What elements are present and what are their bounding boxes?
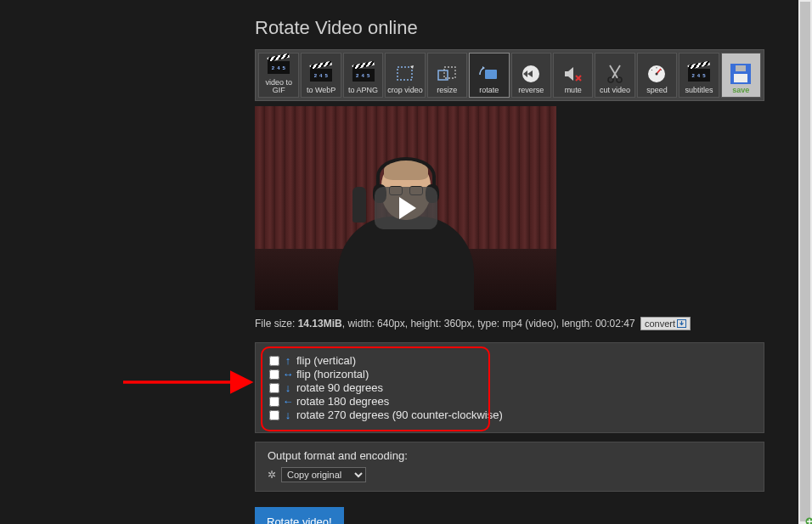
option-label: flip (horizontal): [296, 368, 369, 380]
checkbox-flip-horizontal[interactable]: [269, 369, 279, 380]
tool-resize[interactable]: resize: [427, 53, 467, 98]
resize-icon: [437, 61, 457, 87]
option-rotate-90[interactable]: ↓rotate 90 degrees: [269, 381, 750, 394]
tool-video-to-gif[interactable]: 2 4 5video to GIF: [258, 53, 299, 98]
checkbox-rotate-180[interactable]: [269, 397, 279, 407]
tool-label: video to GIF: [259, 79, 298, 94]
gear-icon[interactable]: ✲: [268, 469, 276, 481]
video-preview[interactable]: [255, 106, 556, 310]
subtitles-icon: 2 4 5: [688, 61, 710, 87]
checkbox-flip-vertical[interactable]: [269, 356, 279, 366]
file-info-rest: , width: 640px, height: 360px, type: mp4…: [342, 318, 635, 330]
tool-label: to WebP: [307, 87, 336, 94]
svg-rect-0: [398, 67, 412, 80]
file-info: File size: 14.13MiB, width: 640px, heigh…: [255, 317, 764, 330]
tool-label: resize: [437, 87, 457, 94]
option-flip-vertical[interactable]: ↑flip (vertical): [269, 354, 750, 367]
tool-save[interactable]: save: [721, 53, 761, 98]
scrollbar-thumb[interactable]: [800, 2, 810, 521]
tool-label: save: [732, 87, 749, 94]
page-title: Rotate Video online: [255, 17, 764, 39]
tool-reverse[interactable]: reverse: [511, 53, 551, 98]
play-button[interactable]: [375, 187, 437, 229]
toolbar: 2 4 5video to GIF 2 4 5to WebP 2 4 5to A…: [255, 49, 764, 101]
tool-label: mute: [565, 87, 582, 94]
tool-subtitles[interactable]: 2 4 5subtitles: [679, 53, 719, 98]
file-size-value: 14.13MiB: [298, 318, 342, 330]
tool-to-webp[interactable]: 2 4 5to WebP: [301, 53, 341, 98]
convert-button[interactable]: convert: [640, 317, 691, 330]
scrollbar[interactable]: [798, 0, 812, 524]
speed-icon: [646, 61, 668, 87]
main-content: Rotate Video online 2 4 5video to GIF 2 …: [255, 0, 764, 524]
scissors-icon: [606, 61, 624, 87]
download-icon: [677, 319, 686, 328]
encoding-select[interactable]: Copy original: [281, 467, 366, 482]
mute-icon: [562, 61, 584, 87]
file-info-prefix: File size:: [255, 318, 298, 330]
svg-rect-3: [485, 70, 497, 79]
tool-mute[interactable]: mute: [553, 53, 593, 98]
tool-cut-video[interactable]: cut video: [595, 53, 634, 98]
svg-point-9: [806, 518, 813, 525]
tool-label: rotate: [479, 87, 499, 94]
tool-label: speed: [646, 87, 668, 94]
clapper-icon: 2 4 5: [268, 54, 290, 79]
rotate-options-panel: ↑flip (vertical) ↔flip (horizontal) ↓rot…: [255, 342, 764, 433]
option-label: flip (vertical): [296, 354, 356, 367]
option-rotate-180[interactable]: ←rotate 180 degrees: [269, 395, 750, 408]
option-label: rotate 90 degrees: [296, 381, 383, 394]
encoding-panel: Output format and encoding: ✲ Copy origi…: [255, 442, 764, 492]
checkbox-rotate-90[interactable]: [269, 383, 279, 393]
crop-icon: [395, 61, 415, 87]
svg-rect-2: [444, 67, 455, 78]
annotation-arrow: [119, 357, 263, 408]
svg-point-8: [656, 73, 658, 76]
tool-label: crop video: [387, 87, 423, 94]
option-rotate-270[interactable]: ↓rotate 270 degrees (90 counter-clockwis…: [269, 408, 750, 421]
tool-to-apng[interactable]: 2 4 5to APNG: [343, 53, 383, 98]
checkbox-rotate-270[interactable]: [269, 410, 279, 420]
tool-crop-video[interactable]: crop video: [385, 53, 425, 98]
play-icon: [399, 197, 416, 219]
tool-speed[interactable]: speed: [637, 53, 677, 98]
save-icon: [730, 61, 751, 87]
option-flip-horizontal[interactable]: ↔flip (horizontal): [269, 368, 750, 380]
rotate-video-button[interactable]: Rotate video!: [255, 507, 344, 524]
tool-label: subtitles: [685, 87, 713, 94]
arrow-leftright-icon: ↔: [284, 368, 292, 380]
arrow-up-icon: ↑: [284, 354, 292, 367]
reverse-icon: [520, 61, 542, 87]
tool-label: reverse: [518, 87, 544, 94]
arrow-down-icon: ↓: [284, 381, 292, 394]
encoding-title: Output format and encoding:: [268, 449, 752, 462]
option-label: rotate 270 degrees (90 counter-clockwise…: [296, 408, 503, 421]
clapper-icon: 2 4 5: [352, 61, 375, 87]
tool-label: cut video: [600, 87, 630, 94]
clapper-icon: 2 4 5: [310, 61, 332, 87]
tool-label: to APNG: [348, 87, 378, 94]
convert-label: convert: [645, 318, 675, 329]
arrow-down-icon: ↓: [284, 408, 292, 421]
rotate-icon: [478, 61, 500, 87]
option-label: rotate 180 degrees: [296, 395, 389, 408]
arrow-left-icon: ←: [284, 395, 292, 408]
tool-rotate[interactable]: rotate: [469, 53, 509, 98]
